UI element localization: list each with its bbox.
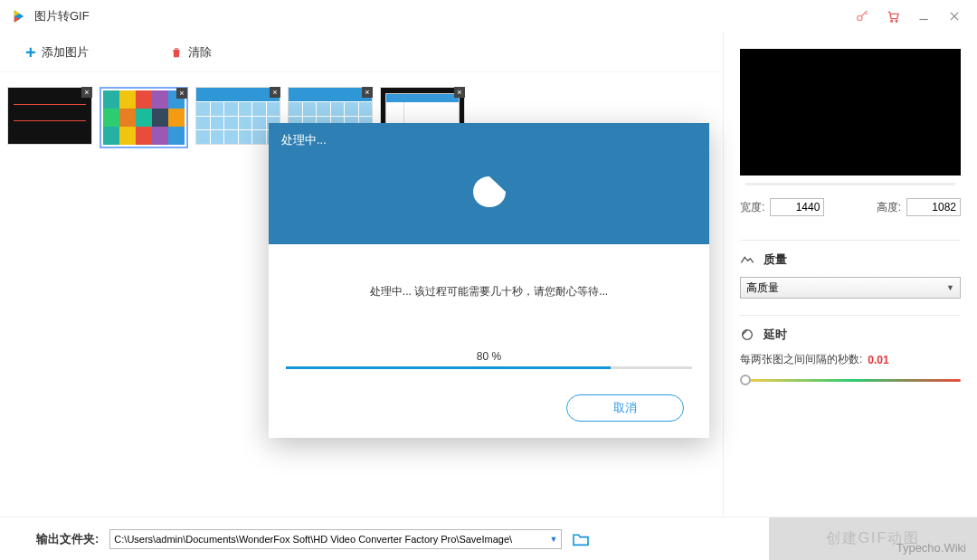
- quality-select[interactable]: 高质量 ▼: [740, 277, 961, 299]
- delay-slider[interactable]: [740, 373, 961, 387]
- key-icon[interactable]: [847, 4, 877, 29]
- thumbnail-remove-button[interactable]: ×: [454, 87, 465, 98]
- height-input[interactable]: [906, 198, 961, 216]
- thumbnail-remove-button[interactable]: ×: [81, 87, 92, 98]
- dimension-row: 宽度: 高度:: [740, 198, 961, 216]
- bottom-bar: 输出文件夹: C:\Users\admin\Documents\WonderFo…: [0, 517, 977, 560]
- thumbnail-image: [103, 90, 185, 145]
- modal-body: 处理中... 该过程可能需要几十秒，请您耐心等待... 80 % 取消: [269, 244, 709, 438]
- right-panel: 宽度: 高度: 质量 高质量 ▼ 延时 每两张: [724, 33, 977, 517]
- thumbnail-image: [196, 88, 280, 144]
- clear-label: 清除: [188, 44, 212, 61]
- progress-percent: 80 %: [477, 350, 501, 363]
- thumbnail-image: [8, 88, 91, 144]
- folder-icon[interactable]: [571, 529, 591, 549]
- progress-bar: [286, 366, 691, 369]
- cancel-button[interactable]: 取消: [566, 394, 684, 422]
- thumbnail-remove-button[interactable]: ×: [176, 88, 187, 99]
- slider-knob-icon[interactable]: [740, 375, 751, 385]
- thumbnail-remove-button[interactable]: ×: [270, 87, 280, 98]
- chevron-down-icon: ▼: [946, 283, 954, 292]
- quality-icon: [740, 252, 754, 267]
- preview-image: [740, 49, 961, 176]
- quality-heading: 质量: [740, 252, 961, 268]
- close-button[interactable]: [939, 4, 970, 29]
- drop-icon: [469, 174, 510, 214]
- svg-point-6: [743, 330, 753, 340]
- processing-modal: 处理中... 处理中... 该过程可能需要几十秒，请您耐心等待... 80 % …: [269, 123, 709, 438]
- app-title: 图片转GIF: [34, 8, 90, 24]
- delay-heading: 延时: [740, 327, 961, 343]
- svg-point-2: [896, 20, 897, 22]
- delay-value: 0.01: [868, 354, 888, 366]
- preview-scrollbar[interactable]: [745, 183, 955, 185]
- quality-value: 高质量: [746, 280, 779, 296]
- add-image-button[interactable]: + 添加图片: [25, 43, 89, 62]
- cancel-label: 取消: [613, 400, 637, 416]
- modal-title: 处理中...: [281, 132, 327, 148]
- thumbnail-item[interactable]: ×: [100, 87, 188, 148]
- app-logo-icon: [11, 8, 27, 24]
- delay-heading-label: 延时: [764, 327, 787, 343]
- chevron-down-icon: ▼: [549, 535, 557, 544]
- width-input[interactable]: [770, 198, 824, 216]
- thumbnail-remove-button[interactable]: ×: [362, 87, 373, 98]
- delay-label-text: 每两张图之间间隔的秒数:: [740, 352, 862, 367]
- add-image-label: 添加图片: [42, 44, 89, 61]
- modal-header: 处理中...: [269, 123, 709, 244]
- height-label: 高度:: [877, 200, 901, 215]
- output-path-input[interactable]: C:\Users\admin\Documents\WonderFox Soft\…: [109, 529, 562, 549]
- titlebar: 图片转GIF: [0, 0, 977, 33]
- watermark: Typecho.Wiki: [896, 541, 966, 555]
- delay-description: 每两张图之间间隔的秒数: 0.01: [740, 352, 961, 367]
- width-label: 宽度:: [740, 200, 764, 215]
- minimize-button[interactable]: [908, 4, 939, 29]
- thumbnail-item[interactable]: ×: [195, 87, 280, 145]
- svg-point-0: [858, 15, 862, 20]
- modal-message: 处理中... 该过程可能需要几十秒，请您耐心等待...: [370, 284, 608, 299]
- delay-icon: [740, 327, 754, 342]
- plus-icon: +: [25, 43, 36, 62]
- thumbnail-item[interactable]: ×: [7, 87, 92, 145]
- clear-button[interactable]: 清除: [170, 44, 212, 61]
- left-toolbar: + 添加图片 清除: [0, 33, 723, 72]
- cart-icon[interactable]: [877, 4, 908, 29]
- output-folder-label: 输出文件夹:: [36, 531, 99, 547]
- trash-icon: [170, 46, 183, 59]
- quality-heading-label: 质量: [764, 252, 787, 268]
- svg-point-1: [891, 20, 893, 22]
- output-path-text: C:\Users\admin\Documents\WonderFox Soft\…: [114, 534, 512, 545]
